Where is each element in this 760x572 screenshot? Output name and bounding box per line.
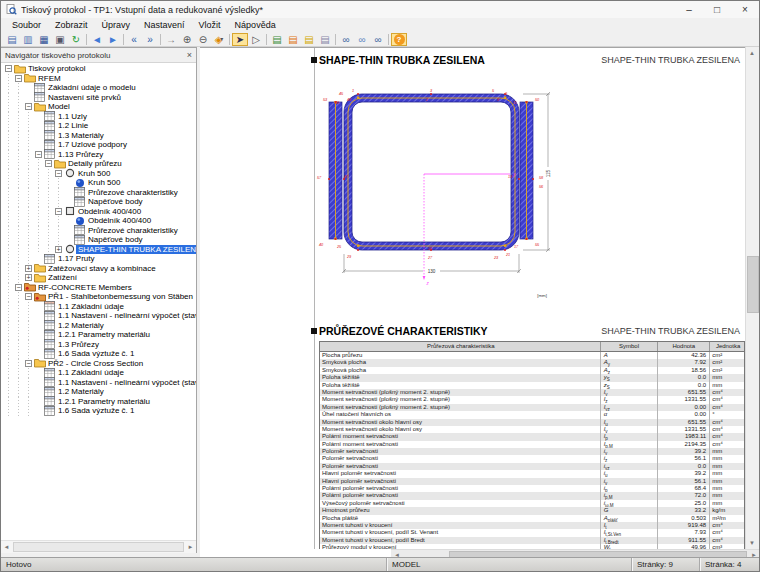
insert-text-icon[interactable]: ▤ xyxy=(317,33,333,46)
tree-item-label[interactable]: SHAPE-THIN TRUBKA ZESILENA xyxy=(76,245,196,254)
tree-item-label[interactable]: PŘ2 - Circle Cross Section xyxy=(46,359,145,368)
tree-item[interactable]: Průřezové charakteristiky xyxy=(1,188,196,198)
tree-item-label[interactable]: 1.2.1 Parametry materiálu xyxy=(56,397,152,406)
tree-item[interactable]: 1.1 Nastavení - nelineární výpočet (stav… xyxy=(1,378,196,388)
zoom-in-icon[interactable]: ⊕ xyxy=(179,33,195,46)
tree-item[interactable]: 1.2 Materiály xyxy=(1,387,196,397)
pick-mode-icon[interactable]: ▷ xyxy=(248,33,264,46)
tree-item-label[interactable]: 1.1 Nastavení - nelineární výpočet (stav… xyxy=(56,378,196,387)
tree-item[interactable]: −1.13 Průřezy xyxy=(1,150,196,160)
insert-section-icon[interactable]: ▤ xyxy=(285,33,301,46)
collapse-icon[interactable]: − xyxy=(35,151,42,158)
back-icon[interactable]: ◄ xyxy=(89,33,105,46)
menu-soubor[interactable]: Soubor xyxy=(5,18,48,33)
select-mode-icon[interactable]: ➤ xyxy=(232,33,248,46)
tree-item[interactable]: −PŘ2 - Circle Cross Section xyxy=(1,359,196,369)
collapse-icon[interactable]: − xyxy=(25,103,32,110)
link-model-icon[interactable]: ∞ xyxy=(338,33,354,46)
tree-item[interactable]: −Obdélník 400/400 xyxy=(1,207,196,217)
scroll-left-icon[interactable]: ◄ xyxy=(1,544,12,550)
minimize-button[interactable]: – xyxy=(675,2,703,18)
tree-item-label[interactable]: 1.1 Uzly xyxy=(56,112,89,121)
tree-item[interactable]: −Detaily průřezu xyxy=(1,159,196,169)
zoom-out-icon[interactable]: ⊖ xyxy=(195,33,211,46)
tree-item[interactable]: +Zatěžovací stavy a kombinace xyxy=(1,264,196,274)
tree-item-label[interactable]: 1.2 Linie xyxy=(56,121,90,130)
tree-item-label[interactable]: 1.13 Průřezy xyxy=(56,150,105,159)
close-button[interactable]: × xyxy=(731,2,759,18)
tree-item-label[interactable]: 1.1 Základní údaje xyxy=(56,302,126,311)
collapse-icon[interactable]: − xyxy=(15,284,22,291)
new-report-icon[interactable]: ▤ xyxy=(4,33,20,46)
tree-item[interactable]: −RFEM xyxy=(1,74,196,84)
tree-item-label[interactable]: Zatížení xyxy=(46,273,79,282)
tree-item-label[interactable]: 1.2.1 Parametry materiálu xyxy=(56,330,152,339)
tree-item[interactable]: Obdélník 400/400 xyxy=(1,216,196,226)
tree-item-label[interactable]: Základní údaje o modelu xyxy=(46,83,138,92)
tree-item[interactable]: 1.1 Základní údaje xyxy=(1,302,196,312)
tree-item-label[interactable]: Napěťové body xyxy=(86,197,145,206)
print-icon[interactable]: ▣ xyxy=(52,33,68,46)
expand-icon[interactable]: + xyxy=(25,265,32,272)
collapse-icon[interactable]: − xyxy=(5,65,12,72)
tree-item-label[interactable]: Průřezové charakteristiky xyxy=(86,188,180,197)
tree-item-label[interactable]: 1.2 Materiály xyxy=(56,321,106,330)
scroll-right-icon[interactable]: ► xyxy=(185,544,196,550)
insert-chapter-icon[interactable]: ▤ xyxy=(269,33,285,46)
collapse-icon[interactable]: − xyxy=(45,160,52,167)
help-icon[interactable]: ? xyxy=(391,33,407,46)
tree-item[interactable]: 1.7 Uzlové podpory xyxy=(1,140,196,150)
tree-item[interactable]: −PŘ1 - Stahlbetonbemessung von Stäben xyxy=(1,292,196,302)
tree-item[interactable]: −Kruh 500 xyxy=(1,169,196,179)
tree-item-label[interactable]: Detaily průřezu xyxy=(66,159,124,168)
tree-item-label[interactable]: 1.1 Nastavení - nelineární výpočet (stav… xyxy=(56,311,196,320)
collapse-icon[interactable]: − xyxy=(25,360,32,367)
tree-item[interactable]: 1.2.1 Parametry materiálu xyxy=(1,330,196,340)
tree-item[interactable]: Základní údaje o modelu xyxy=(1,83,196,93)
tree-item[interactable]: 1.2 Linie xyxy=(1,121,196,131)
tree-item-label[interactable]: Nastavení sítě prvků xyxy=(46,93,123,102)
menu-zobrazit[interactable]: Zobrazit xyxy=(48,18,95,33)
tree-item-label[interactable]: 1.6 Sada výztuže č. 1 xyxy=(56,406,137,415)
vertical-scroll-thumb[interactable] xyxy=(747,256,759,313)
tree-item-label[interactable]: 1.6 Sada výztuže č. 1 xyxy=(56,349,137,358)
collapse-icon[interactable]: − xyxy=(55,170,62,177)
tree-item[interactable]: +Zatížení xyxy=(1,273,196,283)
tree-item-label[interactable]: Obdélník 400/400 xyxy=(76,207,143,216)
forward-icon[interactable]: ► xyxy=(105,33,121,46)
tree-item-label[interactable]: RFEM xyxy=(36,74,63,83)
tree-item-label[interactable]: Kruh 500 xyxy=(86,178,122,187)
tree-item-label[interactable]: Napěťové body xyxy=(86,235,145,244)
update-report-icon[interactable]: ∞ xyxy=(370,33,386,46)
tree-item[interactable]: 1.3 Průřezy xyxy=(1,340,196,350)
tree-item-label[interactable]: 1.17 Pruty xyxy=(56,254,96,263)
print-preview-icon[interactable]: ▥ xyxy=(20,33,36,46)
goto-page-icon[interactable]: → xyxy=(163,33,179,46)
tree-item-label[interactable]: PŘ1 - Stahlbetonbemessung von Stäben xyxy=(46,292,195,301)
sync-model-icon[interactable]: ∞ xyxy=(354,33,370,46)
tree-item[interactable]: 1.17 Pruty xyxy=(1,254,196,264)
tree-item[interactable]: 1.1 Základní údaje xyxy=(1,368,196,378)
scroll-down-icon[interactable]: ▼ xyxy=(746,537,758,549)
tree-item[interactable]: Nastavení sítě prvků xyxy=(1,93,196,103)
tree-item[interactable]: −Tiskový protokol xyxy=(1,64,196,74)
tree-item[interactable]: 1.3 Materiály xyxy=(1,131,196,141)
menu-nastaven-[interactable]: Nastavení xyxy=(137,18,192,33)
navigator-close-icon[interactable]: × xyxy=(187,50,192,60)
tree-item-label[interactable]: Průřezové charakteristiky xyxy=(86,226,180,235)
tree-item-label[interactable]: 1.7 Uzlové podpory xyxy=(56,140,129,149)
tree-item-label[interactable]: Kruh 500 xyxy=(76,169,112,178)
tree-item[interactable]: 1.6 Sada výztuže č. 1 xyxy=(1,349,196,359)
tree-item-label[interactable]: 1.1 Základní údaje xyxy=(56,368,126,377)
refresh-icon[interactable]: ↻ xyxy=(68,33,84,46)
expand-icon[interactable]: + xyxy=(55,246,62,253)
tree-item-label[interactable]: Model xyxy=(46,102,72,111)
tree-item-label[interactable]: Zatěžovací stavy a kombinace xyxy=(46,264,158,273)
display-settings-icon[interactable]: ◈▾ xyxy=(211,33,227,46)
expand-icon[interactable]: + xyxy=(25,274,32,281)
tree-item-label[interactable]: 1.3 Průřezy xyxy=(56,340,101,349)
tree-item-label[interactable]: Obdélník 400/400 xyxy=(86,216,153,225)
tree-item-label[interactable]: 1.2 Materiály xyxy=(56,387,106,396)
tree-item[interactable]: Průřezové charakteristiky xyxy=(1,226,196,236)
tree-item[interactable]: −Model xyxy=(1,102,196,112)
